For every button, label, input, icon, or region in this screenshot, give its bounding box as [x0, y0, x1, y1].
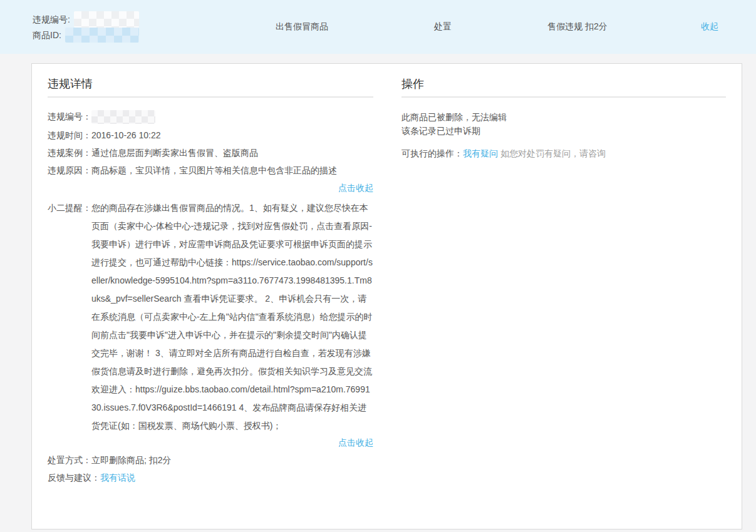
staff-reminder-row: 小二提醒： 您的商品存在涉嫌出售假冒商品的情况。1、如有疑义，建议您尽快在本页面… [48, 199, 373, 435]
feedback-value-wrap: 我有话说 [100, 471, 373, 484]
reminder-collapse-row: 点击收起 [48, 436, 373, 449]
available-actions-label: 可执行的操作： [401, 148, 463, 158]
disposal-method-value: 立即删除商品; 扣2分 [91, 454, 373, 466]
product-id-redacted [65, 28, 139, 43]
violation-details-section: 违规详情 违规编号： 违规时间： 2016-10-26 10:22 违规案例： … [48, 76, 373, 529]
violation-reason-label: 违规原因： [48, 164, 91, 176]
penalty-text: 售假违规 扣2分 [521, 21, 634, 33]
question-hint-inner: 如您对处罚有疑问，请咨询 [500, 148, 606, 158]
staff-reminder-value: 您的商品存在涉嫌出售假冒商品的情况。1、如有疑义，建议您尽快在本页面（卖家中心-… [91, 199, 373, 435]
feedback-label: 反馈与建议： [48, 471, 100, 484]
available-actions-line: 可执行的操作：我有疑问 如您对处罚有疑问，请咨询 [401, 146, 726, 160]
violation-case-row: 违规案例： 通过信息层面判断卖家出售假冒、盗版商品 [48, 146, 373, 159]
have-question-link[interactable]: 我有疑问 [463, 148, 498, 158]
question-hint-text: 如您对处罚有疑问，请咨询 [498, 148, 606, 158]
violation-number-line: 违规编号: [33, 11, 239, 28]
violation-details-title: 违规详情 [48, 76, 373, 98]
feedback-link[interactable]: 我有话说 [100, 473, 135, 483]
collapse-record-link[interactable]: 收起 [701, 21, 718, 33]
violation-case-value: 通过信息层面判断卖家出售假冒、盗版商品 [91, 146, 373, 159]
violation-summary-band: 违规编号: 商品ID: 出售假冒商品 处置 售假违规 扣2分 收起 [0, 0, 756, 54]
violation-number-redacted [74, 11, 139, 28]
violation-type-text: 出售假冒商品 [239, 21, 365, 33]
violation-reason-value: 商品标题，宝贝详情，宝贝图片等相关信息中包含非正品的描述 [91, 164, 373, 176]
disposal-column-text: 处置 [365, 21, 521, 33]
violation-time-label: 违规时间： [48, 129, 91, 141]
violation-time-row: 违规时间： 2016-10-26 10:22 [48, 129, 373, 141]
violation-time-value: 2016-10-26 10:22 [91, 129, 373, 141]
violation-case-label: 违规案例： [48, 146, 91, 159]
page-content: 违规详情 违规编号： 违规时间： 2016-10-26 10:22 违规案例： … [0, 54, 756, 529]
disposal-method-row: 处置方式： 立即删除商品; 扣2分 [48, 454, 373, 466]
violation-number-label: 违规编号: [33, 14, 70, 24]
staff-reminder-label: 小二提醒： [48, 199, 91, 435]
collapse-reminder-link[interactable]: 点击收起 [338, 437, 373, 448]
reason-collapse-row: 点击收起 [48, 182, 373, 194]
violation-reason-row: 违规原因： 商品标题，宝贝详情，宝贝图片等相关信息中包含非正品的描述 [48, 164, 373, 176]
deleted-status-text: 此商品已被删除，无法编辑 [401, 110, 726, 124]
band-ids-block: 违规编号: 商品ID: [33, 11, 239, 43]
collapse-reason-link[interactable]: 点击收起 [338, 183, 373, 193]
violation-number-field-redacted [91, 110, 155, 124]
feedback-row: 反馈与建议： 我有话说 [48, 471, 373, 484]
disposal-method-label: 处置方式： [48, 454, 91, 466]
operations-title: 操作 [401, 76, 726, 98]
violation-number-row: 违规编号： [48, 110, 373, 124]
violation-number-field-label: 违规编号： [48, 110, 91, 124]
violation-record-panel: 违规详情 违规编号： 违规时间： 2016-10-26 10:22 违规案例： … [31, 63, 742, 529]
product-id-line: 商品ID: [33, 28, 239, 43]
product-id-label: 商品ID: [33, 30, 61, 40]
violation-number-field-value [91, 110, 373, 124]
appeal-expired-text: 该条记录已过申诉期 [401, 124, 726, 138]
operations-section: 操作 此商品已被删除，无法编辑 该条记录已过申诉期 可执行的操作：我有疑问 如您… [401, 76, 726, 529]
